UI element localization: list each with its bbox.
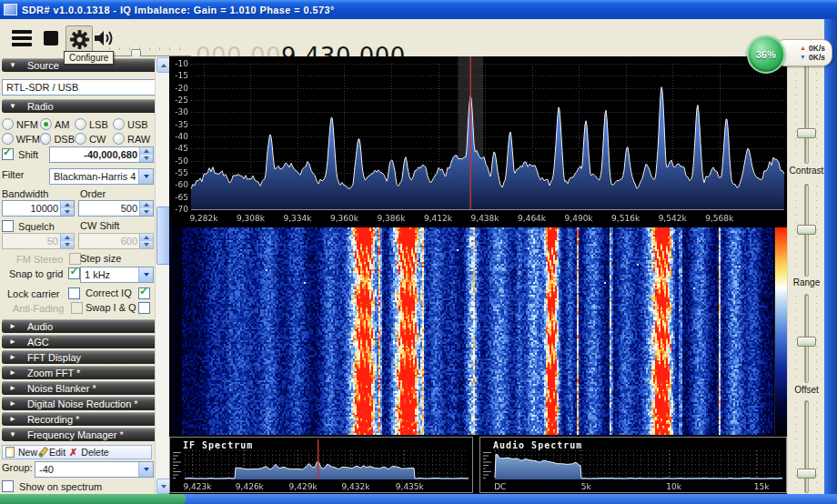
panel-header-zoom-fft[interactable]: ► Zoom FFT * xyxy=(2,366,155,379)
snap-label: Snap to grid xyxy=(9,268,63,279)
chevron-right-icon: ► xyxy=(9,338,16,346)
filter-select[interactable]: Blackman-Harris 4 xyxy=(49,168,154,185)
spinner-icon[interactable] xyxy=(60,201,74,216)
bandwidth-input[interactable]: 10000 xyxy=(2,200,75,217)
title-bar[interactable]: SDR# v1.0.0.1318 - IQ Imbalance: Gain = … xyxy=(0,0,837,19)
zoom-slider[interactable] xyxy=(804,64,809,164)
display-area: IF Spectrum Audio Spectrum xyxy=(169,56,787,494)
speaker-icon xyxy=(92,27,116,49)
mode-row-2: WFM DSB CW RAW xyxy=(2,133,153,145)
new-entry-button[interactable]: New xyxy=(18,447,37,458)
hamburger-icon xyxy=(12,30,32,46)
mode-lsb[interactable]: LSB xyxy=(75,118,113,130)
chevron-down-icon: ▼ xyxy=(9,61,16,69)
app-icon xyxy=(4,4,17,15)
volume-ticks-top xyxy=(109,47,189,50)
spinner-icon[interactable] xyxy=(139,147,153,162)
delete-entry-button[interactable]: Delete xyxy=(81,447,108,458)
if-spectrum-title: IF Spectrum xyxy=(183,440,253,450)
chevron-right-icon: ► xyxy=(9,399,16,408)
panel-header-radio[interactable]: ▼ Radio xyxy=(2,99,155,113)
source-device-select[interactable]: RTL-SDR / USB xyxy=(2,79,155,96)
panel-header-digital-noise-reduction[interactable]: ► Digital Noise Reduction * xyxy=(2,397,155,410)
spectrum-analyzer[interactable] xyxy=(169,56,787,226)
chevron-right-icon: ► xyxy=(9,415,16,423)
squelch-checkbox[interactable]: ✓ xyxy=(2,220,14,232)
panel-header-recording[interactable]: ► Recording * xyxy=(2,412,155,426)
slider-ticks xyxy=(795,402,796,489)
show-on-spectrum-label: Show on spectrum xyxy=(19,481,102,492)
chevron-right-icon: ► xyxy=(9,368,16,377)
lock-carrier-label: Lock carrier xyxy=(7,288,59,299)
slider-ticks xyxy=(795,66,796,160)
panel-header-audio[interactable]: ► Audio xyxy=(2,319,155,333)
panel-header-noise-blanker[interactable]: ► Noise Blanker * xyxy=(2,381,155,395)
shift-checkbox[interactable]: ✓ xyxy=(2,148,14,160)
mode-usb[interactable]: USB xyxy=(113,118,148,130)
cw-shift-input: 600 xyxy=(78,233,154,249)
waterfall-palette-bar xyxy=(774,227,787,435)
range-slider-thumb[interactable] xyxy=(797,337,816,347)
mode-am[interactable]: AM xyxy=(40,118,75,130)
sidebar-scrollbar[interactable] xyxy=(155,56,170,494)
zoom-slider-thumb[interactable] xyxy=(797,128,816,138)
snap-checkbox[interactable]: ✓ xyxy=(68,267,80,279)
configure-button[interactable] xyxy=(66,25,93,53)
show-on-spectrum-row: Show on spectrum xyxy=(2,480,153,492)
mode-dsb[interactable]: DSB xyxy=(40,133,75,145)
show-on-spectrum-checkbox[interactable] xyxy=(2,480,14,492)
step-size-select[interactable]: 1 kHz xyxy=(80,267,154,283)
offset-slider-thumb[interactable] xyxy=(797,469,816,479)
squelch-input: 50 xyxy=(2,233,75,249)
step-size-label: Step size xyxy=(80,253,121,264)
stop-icon xyxy=(44,31,58,45)
freq-manager-toolbar: New Edit ✗ Delete xyxy=(2,445,153,459)
taskbar-start-segment[interactable] xyxy=(0,494,186,504)
spinner-icon[interactable] xyxy=(139,201,153,216)
shift-input[interactable]: -40,000,680 xyxy=(49,146,154,163)
slider-ticks xyxy=(816,402,817,489)
if-spectrum-panel: IF Spectrum xyxy=(169,437,473,493)
sidebar: ▼ Source RTL-SDR / USB ▼ Radio NFM AM LS… xyxy=(0,56,155,494)
stop-button[interactable] xyxy=(38,25,64,51)
taskbar xyxy=(0,494,837,504)
offset-slider[interactable] xyxy=(804,400,809,493)
waterfall-display[interactable] xyxy=(169,227,773,435)
order-input[interactable]: 500 xyxy=(78,200,154,217)
shift-label: Shift xyxy=(18,149,38,160)
fmstereo-stepsize-row: FM Stereo Step size xyxy=(2,253,153,265)
gear-icon xyxy=(69,29,90,50)
lock-carrier-checkbox[interactable]: ✓ xyxy=(68,287,80,299)
spinner-icon xyxy=(60,234,74,248)
range-label: Range xyxy=(788,277,825,287)
bandwidth-order-labels: Bandwidth Order xyxy=(2,188,153,199)
sdr-sharp-window: SDR# v1.0.0.1318 - IQ Imbalance: Gain = … xyxy=(0,0,837,504)
chevron-down-icon: ▼ xyxy=(9,430,16,438)
panel-header-fft-display[interactable]: ► FFT Display xyxy=(2,350,155,364)
anti-swap-row: Anti-Fading Swap I & Q ✓ xyxy=(2,302,153,314)
upload-arrow-icon: ▲ xyxy=(800,44,806,53)
squelch-cwshift-labels: ✓ Squelch CW Shift xyxy=(2,220,153,232)
mode-wfm[interactable]: WFM xyxy=(2,133,40,145)
combo-arrow-icon xyxy=(138,267,153,282)
correct-iq-checkbox[interactable]: ✓ xyxy=(138,287,150,299)
swap-iq-label: Swap I & Q xyxy=(86,302,136,313)
mode-cw[interactable]: CW xyxy=(75,133,113,145)
edit-entry-button[interactable]: Edit xyxy=(49,447,66,458)
slider-ticks xyxy=(816,186,817,273)
panel-header-frequency-manager[interactable]: ▼ Frequency Manager * xyxy=(2,428,155,441)
download-rate: 0K/s xyxy=(809,53,825,62)
chevron-right-icon: ► xyxy=(9,322,16,330)
contrast-slider-thumb[interactable] xyxy=(797,225,816,235)
panel-header-agc[interactable]: ► AGC xyxy=(2,335,155,348)
spinner-icon xyxy=(139,234,153,248)
mode-nfm[interactable]: NFM xyxy=(2,118,40,130)
menu-button[interactable] xyxy=(9,25,35,51)
toolbar: 000.009.430.000 xyxy=(0,19,837,57)
group-select[interactable]: -40 xyxy=(35,461,154,478)
arrow-up-icon xyxy=(161,64,166,67)
group-row: Group: -40 xyxy=(2,462,153,473)
mode-raw[interactable]: RAW xyxy=(113,133,150,145)
swap-iq-checkbox[interactable]: ✓ xyxy=(138,302,150,314)
configure-tooltip: Configure xyxy=(64,51,114,65)
